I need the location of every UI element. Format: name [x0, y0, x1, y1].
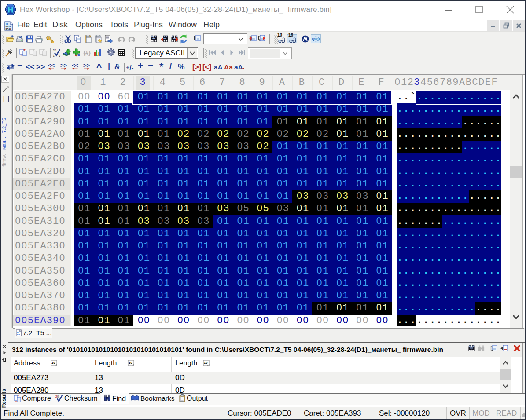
svg-text:BA00: BA00 — [6, 28, 11, 31]
svg-text:16: 16 — [204, 361, 207, 365]
svg-text:intel: intel — [313, 37, 319, 40]
svg-text:>>: >> — [83, 63, 90, 69]
svg-text:011: 011 — [17, 333, 20, 335]
svg-text:<<: << — [72, 63, 79, 69]
svg-text:1: 1 — [53, 54, 55, 57]
svg-text:10: 10 — [129, 361, 132, 365]
svg-text:20: 20 — [55, 395, 59, 398]
svg-text:16: 16 — [51, 361, 55, 365]
svg-text:10: 10 — [17, 332, 19, 333]
svg-text:<<: << — [48, 63, 55, 69]
svg-text:{#}: {#} — [83, 49, 91, 56]
svg-text:20: 20 — [53, 49, 56, 52]
svg-text:6: 6 — [59, 54, 60, 57]
svg-text:>>: >> — [60, 63, 67, 69]
